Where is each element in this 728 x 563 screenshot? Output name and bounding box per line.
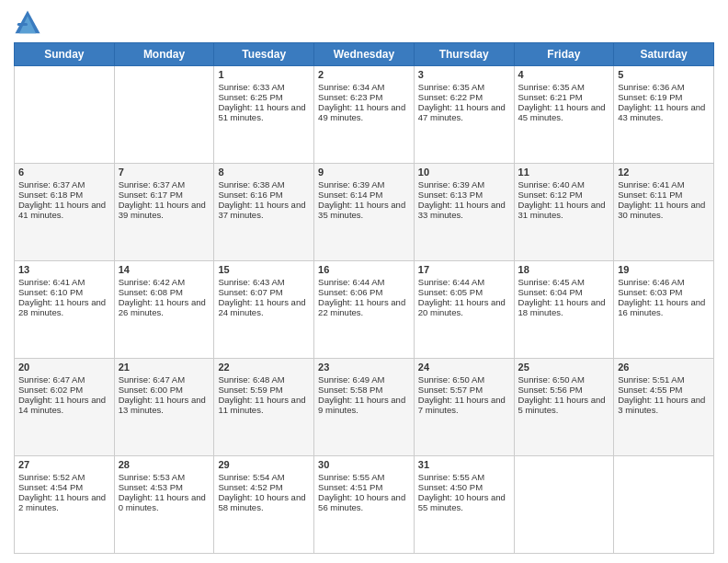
sunrise-text: Sunrise: 6:41 AM — [18, 277, 110, 287]
sunset-text: Sunset: 5:58 PM — [318, 385, 410, 395]
calendar-cell: 18Sunrise: 6:45 AMSunset: 6:04 PMDayligh… — [514, 261, 614, 359]
daylight-text: Daylight: 11 hours and 33 minutes. — [418, 200, 510, 220]
calendar-cell: 23Sunrise: 6:49 AMSunset: 5:58 PMDayligh… — [314, 359, 415, 456]
daylight-text: Daylight: 11 hours and 24 minutes. — [218, 297, 310, 317]
day-number: 13 — [18, 264, 110, 275]
calendar-cell: 1Sunrise: 6:33 AMSunset: 6:25 PMDaylight… — [214, 66, 314, 164]
calendar-cell: 28Sunrise: 5:53 AMSunset: 4:53 PMDayligh… — [114, 456, 214, 554]
daylight-text: Daylight: 11 hours and 0 minutes. — [119, 492, 210, 512]
sunrise-text: Sunrise: 6:37 AM — [119, 179, 210, 190]
sunrise-text: Sunrise: 6:39 AM — [418, 179, 510, 190]
sunrise-text: Sunrise: 6:44 AM — [318, 277, 410, 287]
week-row-5: 27Sunrise: 5:52 AMSunset: 4:54 PMDayligh… — [15, 456, 714, 554]
header-row: SundayMondayTuesdayWednesdayThursdayFrid… — [15, 43, 714, 66]
calendar-cell: 5Sunrise: 6:36 AMSunset: 6:19 PMDaylight… — [614, 66, 714, 164]
sunrise-text: Sunrise: 5:55 AM — [418, 472, 510, 482]
day-number: 2 — [318, 69, 410, 80]
calendar-cell — [114, 66, 214, 164]
daylight-text: Daylight: 11 hours and 39 minutes. — [119, 200, 210, 220]
calendar-cell — [15, 66, 115, 164]
week-row-1: 1Sunrise: 6:33 AMSunset: 6:25 PMDaylight… — [15, 66, 714, 164]
day-header-tuesday: Tuesday — [214, 43, 314, 66]
daylight-text: Daylight: 11 hours and 9 minutes. — [318, 395, 410, 415]
svg-rect-2 — [17, 23, 28, 26]
daylight-text: Daylight: 11 hours and 41 minutes. — [18, 200, 110, 220]
day-number: 12 — [618, 167, 710, 178]
sunrise-text: Sunrise: 6:50 AM — [518, 374, 610, 385]
daylight-text: Daylight: 11 hours and 31 minutes. — [518, 200, 610, 220]
calendar-cell: 19Sunrise: 6:46 AMSunset: 6:03 PMDayligh… — [614, 261, 714, 359]
day-number: 22 — [218, 362, 310, 373]
calendar-cell: 10Sunrise: 6:39 AMSunset: 6:13 PMDayligh… — [414, 164, 514, 261]
sunrise-text: Sunrise: 5:53 AM — [119, 472, 210, 482]
daylight-text: Daylight: 11 hours and 37 minutes. — [218, 200, 310, 220]
calendar-cell: 4Sunrise: 6:35 AMSunset: 6:21 PMDaylight… — [514, 66, 614, 164]
calendar-cell: 11Sunrise: 6:40 AMSunset: 6:12 PMDayligh… — [514, 164, 614, 261]
sunrise-text: Sunrise: 6:41 AM — [618, 179, 710, 190]
day-number: 30 — [318, 459, 410, 470]
sunset-text: Sunset: 6:04 PM — [518, 287, 610, 297]
sunset-text: Sunset: 4:50 PM — [418, 482, 510, 492]
calendar-cell: 22Sunrise: 6:48 AMSunset: 5:59 PMDayligh… — [214, 359, 314, 456]
sunset-text: Sunset: 5:57 PM — [418, 385, 510, 395]
sunrise-text: Sunrise: 6:44 AM — [418, 277, 510, 287]
sunrise-text: Sunrise: 6:39 AM — [318, 179, 410, 190]
sunrise-text: Sunrise: 6:49 AM — [318, 374, 410, 385]
daylight-text: Daylight: 11 hours and 18 minutes. — [518, 297, 610, 317]
daylight-text: Daylight: 11 hours and 14 minutes. — [18, 395, 110, 415]
day-number: 16 — [318, 264, 410, 275]
sunrise-text: Sunrise: 6:36 AM — [618, 82, 710, 92]
sunrise-text: Sunrise: 6:40 AM — [518, 179, 610, 190]
sunrise-text: Sunrise: 5:55 AM — [318, 472, 410, 482]
calendar-cell: 27Sunrise: 5:52 AMSunset: 4:54 PMDayligh… — [15, 456, 115, 554]
day-number: 7 — [119, 167, 210, 178]
daylight-text: Daylight: 10 hours and 56 minutes. — [318, 492, 410, 512]
day-number: 29 — [218, 459, 310, 470]
calendar-cell: 9Sunrise: 6:39 AMSunset: 6:14 PMDaylight… — [314, 164, 415, 261]
daylight-text: Daylight: 11 hours and 43 minutes. — [618, 102, 710, 122]
sunrise-text: Sunrise: 6:48 AM — [218, 374, 310, 385]
day-number: 17 — [418, 264, 510, 275]
day-number: 15 — [218, 264, 310, 275]
sunset-text: Sunset: 6:05 PM — [418, 287, 510, 297]
day-number: 10 — [418, 167, 510, 178]
day-number: 18 — [518, 264, 610, 275]
day-number: 26 — [618, 362, 710, 373]
sunset-text: Sunset: 4:54 PM — [18, 482, 110, 492]
page: SundayMondayTuesdayWednesdayThursdayFrid… — [0, 0, 728, 563]
daylight-text: Daylight: 11 hours and 20 minutes. — [418, 297, 510, 317]
calendar-cell: 20Sunrise: 6:47 AMSunset: 6:02 PMDayligh… — [15, 359, 115, 456]
sunrise-text: Sunrise: 6:50 AM — [418, 374, 510, 385]
week-row-4: 20Sunrise: 6:47 AMSunset: 6:02 PMDayligh… — [15, 359, 714, 456]
daylight-text: Daylight: 11 hours and 22 minutes. — [318, 297, 410, 317]
sunrise-text: Sunrise: 6:45 AM — [518, 277, 610, 287]
sunrise-text: Sunrise: 6:35 AM — [518, 82, 610, 92]
logo — [14, 9, 45, 37]
day-number: 8 — [218, 167, 310, 178]
logo-icon — [14, 9, 41, 37]
sunrise-text: Sunrise: 6:35 AM — [418, 82, 510, 92]
sunset-text: Sunset: 6:23 PM — [318, 92, 410, 102]
sunrise-text: Sunrise: 6:47 AM — [18, 374, 110, 385]
daylight-text: Daylight: 11 hours and 26 minutes. — [119, 297, 210, 317]
calendar-cell: 24Sunrise: 6:50 AMSunset: 5:57 PMDayligh… — [414, 359, 514, 456]
day-number: 11 — [518, 167, 610, 178]
daylight-text: Daylight: 11 hours and 45 minutes. — [518, 102, 610, 122]
sunset-text: Sunset: 6:10 PM — [18, 287, 110, 297]
day-number: 19 — [618, 264, 710, 275]
calendar-cell: 3Sunrise: 6:35 AMSunset: 6:22 PMDaylight… — [414, 66, 514, 164]
daylight-text: Daylight: 11 hours and 30 minutes. — [618, 200, 710, 220]
week-row-3: 13Sunrise: 6:41 AMSunset: 6:10 PMDayligh… — [15, 261, 714, 359]
calendar-cell: 14Sunrise: 6:42 AMSunset: 6:08 PMDayligh… — [114, 261, 214, 359]
sunrise-text: Sunrise: 6:37 AM — [18, 179, 110, 190]
sunrise-text: Sunrise: 6:43 AM — [218, 277, 310, 287]
calendar-cell — [614, 456, 714, 554]
sunrise-text: Sunrise: 6:38 AM — [218, 179, 310, 190]
daylight-text: Daylight: 11 hours and 13 minutes. — [119, 395, 210, 415]
daylight-text: Daylight: 11 hours and 2 minutes. — [18, 492, 110, 512]
sunset-text: Sunset: 4:51 PM — [318, 482, 410, 492]
calendar-cell: 7Sunrise: 6:37 AMSunset: 6:17 PMDaylight… — [114, 164, 214, 261]
sunrise-text: Sunrise: 6:47 AM — [119, 374, 210, 385]
sunset-text: Sunset: 6:11 PM — [618, 190, 710, 200]
day-header-sunday: Sunday — [15, 43, 115, 66]
